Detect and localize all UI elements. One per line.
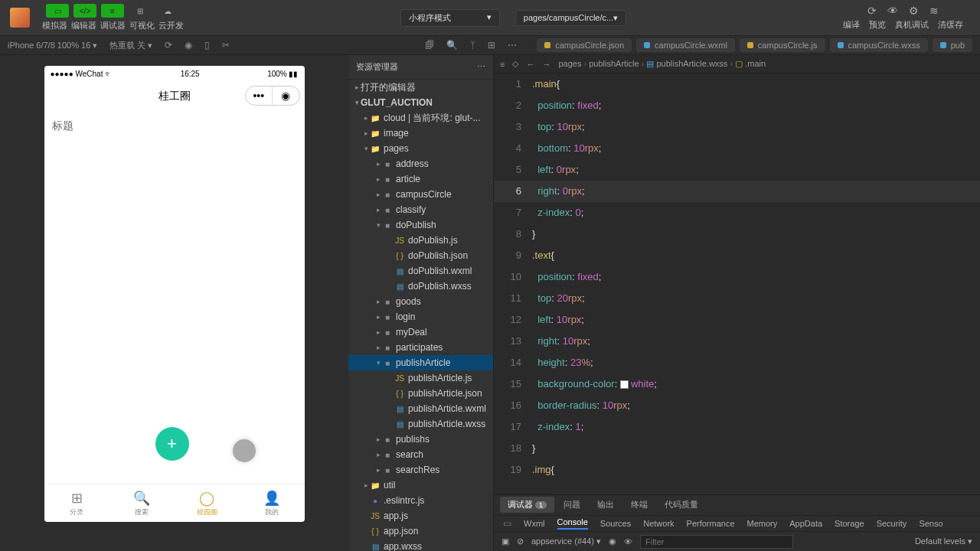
inspect-icon[interactable]: ▣	[501, 536, 509, 546]
folder-item[interactable]: ▾📁pages	[348, 141, 493, 156]
debugger-label: 调试器	[100, 20, 126, 31]
simulator-icon[interactable]: ▭	[46, 4, 69, 18]
live-icon[interactable]: ◉	[609, 536, 616, 546]
file-item[interactable]: JSpublishArticle.js	[348, 370, 493, 386]
phone-frame-icon[interactable]: ▯	[204, 40, 210, 51]
bookmark-icon[interactable]: ◇	[512, 59, 518, 69]
file-item[interactable]: { }app.json	[348, 523, 493, 539]
devtools-tab[interactable]: 代码质量	[657, 497, 706, 513]
folder-item[interactable]: ▸📁util	[348, 478, 493, 493]
open-editors-section[interactable]: ▸打开的编辑器	[348, 80, 493, 95]
editor-tab[interactable]: pub	[933, 38, 972, 52]
folder-item[interactable]: ▾■doPublish	[348, 217, 493, 233]
folder-item[interactable]: ▸■publishs	[348, 432, 493, 447]
device-selector[interactable]: iPhone 6/7/8 100% 16 ▾	[8, 41, 97, 51]
debugger-icon[interactable]: ≡	[101, 4, 124, 18]
preview-icon[interactable]: 👁	[887, 5, 898, 17]
clear-console-icon[interactable]: ⊘	[517, 536, 524, 546]
cut-icon[interactable]: ✂	[222, 40, 230, 51]
cdp-tab[interactable]: Storage	[835, 519, 864, 528]
cdp-tab[interactable]: Sources	[600, 519, 631, 528]
phone-tab-item[interactable]: 👤我的	[240, 484, 305, 522]
ext-icon[interactable]: ⊞	[488, 40, 495, 51]
eye-icon[interactable]: 👁	[624, 537, 632, 546]
project-root[interactable]: ▾GLUT_AUCTION	[348, 95, 493, 110]
devtools-tab[interactable]: 调试器1	[500, 497, 554, 513]
folder-item[interactable]: ▸■address	[348, 156, 493, 171]
devtools-tab[interactable]: 终端	[623, 497, 655, 513]
folder-item[interactable]: ▸■myDeal	[348, 324, 493, 340]
file-item[interactable]: JSapp.js	[348, 508, 493, 523]
folder-item[interactable]: ▸📁cloud | 当前环境: glut-...	[348, 110, 493, 126]
file-item[interactable]: ▤doPublish.wxss	[348, 279, 493, 294]
file-item[interactable]: ▤publishArticle.wxml	[348, 401, 493, 416]
file-item[interactable]: JSdoPublish.js	[348, 233, 493, 248]
refresh-sim-icon[interactable]: ⟳	[165, 40, 172, 51]
folder-item[interactable]: ▸■searchRes	[348, 462, 493, 478]
filter-input[interactable]	[640, 535, 793, 549]
select-element-icon[interactable]: ▭	[503, 518, 511, 529]
simulator-pane: ●●●●● WeChat ᯤ 16:25 100% ▮▮ 桂工圈 ••• ◉ 标…	[0, 55, 348, 551]
capsule-close-icon[interactable]: ◉	[272, 86, 299, 105]
folder-item[interactable]: ▸■goods	[348, 294, 493, 309]
file-item[interactable]: ▤app.wxss	[348, 539, 493, 551]
file-item[interactable]: { }doPublish.json	[348, 248, 493, 263]
cdp-tab[interactable]: Network	[643, 519, 674, 528]
editor-tab[interactable]: campusCircle.wxss	[830, 38, 928, 52]
folder-item[interactable]: ▸■participates	[348, 340, 493, 355]
cdp-tab[interactable]: Console	[557, 517, 588, 530]
record-icon[interactable]: ◉	[185, 40, 192, 51]
phone-tab-item[interactable]: ⊞分类	[44, 484, 109, 522]
devtools-tab[interactable]: 输出	[590, 497, 622, 513]
search-icon[interactable]: 🔍	[446, 40, 458, 51]
context-dropdown[interactable]: appservice (#44) ▾	[531, 536, 601, 546]
cdp-tab[interactable]: Memory	[747, 519, 778, 528]
folder-item[interactable]: ▸■search	[348, 447, 493, 462]
back-icon[interactable]: ←	[526, 60, 534, 69]
file-item[interactable]: ●.eslintrc.js	[348, 493, 493, 508]
cdp-tab[interactable]: AppData	[789, 519, 822, 528]
compile-mode-dropdown[interactable]: 小程序模式▾	[400, 9, 500, 27]
fwd-icon[interactable]: →	[542, 60, 550, 69]
cdp-tab[interactable]: Performance	[687, 519, 735, 528]
cdp-tab[interactable]: Wxml	[524, 519, 545, 528]
devtools-panel: 调试器1问题输出终端代码质量 ▭WxmlConsoleSourcesNetwor…	[494, 494, 980, 551]
cdp-tab[interactable]: Senso	[919, 519, 942, 528]
editor-tab[interactable]: campusCircle.wxml	[636, 38, 735, 52]
remote-debug-icon[interactable]: ⚙	[909, 5, 919, 17]
file-item[interactable]: ▤doPublish.wxml	[348, 263, 493, 279]
add-fab-button[interactable]: +	[155, 427, 189, 461]
more-icon[interactable]: ⋯	[508, 40, 517, 51]
editor-icon[interactable]: </>	[74, 4, 96, 18]
explorer-more-icon[interactable]: ⋯	[477, 62, 485, 72]
editor-tab[interactable]: campusCircle.js	[740, 38, 825, 52]
clear-cache-icon[interactable]: ≋	[929, 5, 939, 17]
files-icon[interactable]: 🗐	[425, 40, 434, 51]
file-item[interactable]: ▤publishArticle.wxss	[348, 416, 493, 432]
phone-tab-item[interactable]: ◯校园圈	[175, 484, 240, 522]
file-item[interactable]: { }publishArticle.json	[348, 386, 493, 401]
main-toolbar: ▭ </> ≡ ⊞ ☁ 模拟器 编辑器 调试器 可视化 云开发 小程序模式▾ p…	[0, 0, 980, 35]
cloud-icon[interactable]: ☁	[156, 4, 179, 18]
folder-item[interactable]: ▸■article	[348, 171, 493, 187]
devtools-tab[interactable]: 问题	[556, 497, 588, 513]
phone-tab-item[interactable]: 🔍搜索	[109, 484, 175, 522]
code-area[interactable]: 1.main{2 position: fixed;3 top: 10rpx;4 …	[494, 73, 980, 494]
drag-handle-icon[interactable]	[233, 439, 256, 462]
visual-icon[interactable]: ⊞	[129, 4, 152, 18]
folder-item[interactable]: ▸■login	[348, 309, 493, 324]
title-input[interactable]: 标题	[52, 119, 74, 132]
nav-btn-icon[interactable]: ≡	[500, 60, 505, 69]
folder-item[interactable]: ▸■campusCircle	[348, 187, 493, 202]
capsule-menu-icon[interactable]: •••	[246, 86, 273, 105]
refresh-icon[interactable]: ⟳	[867, 5, 877, 17]
editor-tab[interactable]: campusCircle.json	[537, 38, 632, 52]
hot-reload-toggle[interactable]: 热重载 关 ▾	[109, 40, 152, 51]
git-icon[interactable]: ᛘ	[470, 40, 475, 51]
folder-item[interactable]: ▾■publishArticle	[348, 355, 493, 370]
log-levels-dropdown[interactable]: Default levels ▾	[915, 536, 972, 546]
folder-item[interactable]: ▸■classify	[348, 202, 493, 217]
folder-item[interactable]: ▸📁image	[348, 126, 493, 141]
page-path-dropdown[interactable]: pages/campusCircle/c...▾	[515, 10, 626, 26]
cdp-tab[interactable]: Security	[877, 519, 907, 528]
